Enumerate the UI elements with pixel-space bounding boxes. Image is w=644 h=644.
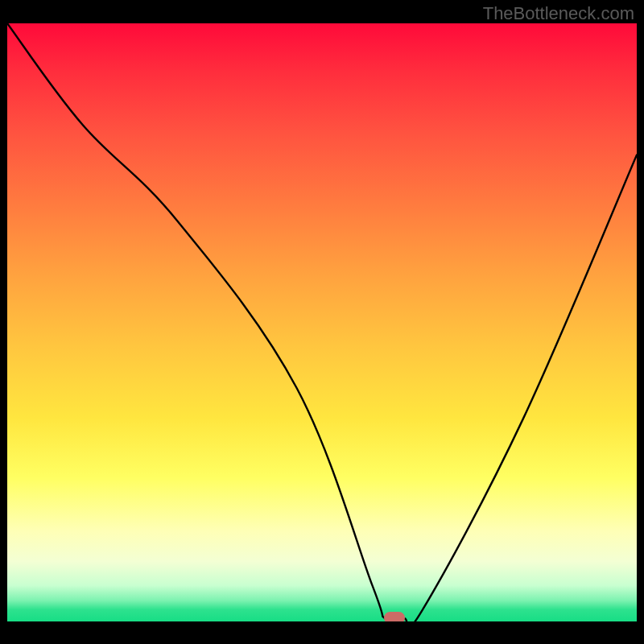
- plot-area: [7, 23, 637, 621]
- curve-svg: [7, 23, 637, 621]
- watermark-text: TheBottleneck.com: [483, 3, 634, 24]
- optimal-point-marker: [384, 612, 405, 621]
- bottleneck-curve-line: [7, 23, 637, 621]
